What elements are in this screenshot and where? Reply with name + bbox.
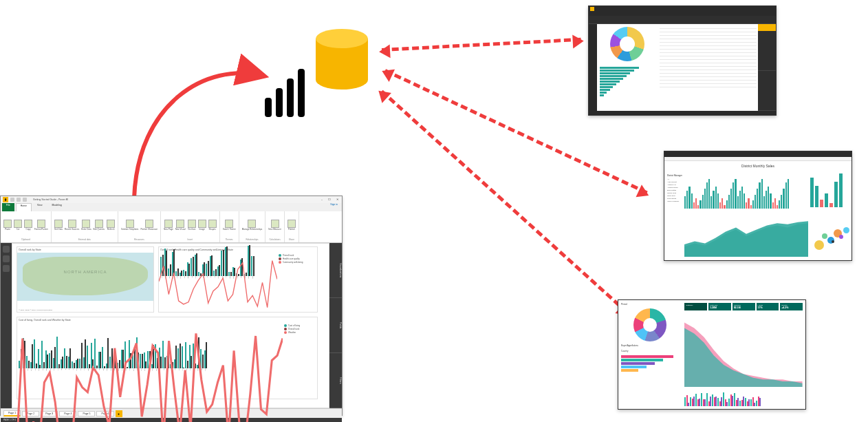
- visual-hbar[interactable]: [621, 355, 679, 372]
- hbar-segment: [600, 92, 607, 94]
- ribbon-button[interactable]: Recent Sources: [65, 220, 79, 231]
- slicer-item[interactable]: All: [667, 178, 682, 180]
- visual-combo-1[interactable]: Overall rank, Health care quality and Co…: [158, 246, 318, 313]
- ribbon-button[interactable]: Refresh: [107, 220, 115, 231]
- visual-column-variance[interactable]: [684, 170, 808, 213]
- visual-scatter[interactable]: [810, 215, 849, 252]
- ribbon-button[interactable]: New Page: [164, 220, 173, 231]
- tab-view[interactable]: View: [33, 203, 47, 211]
- page-tab[interactable]: Page 3: [41, 411, 58, 416]
- ribbon-button[interactable]: Enter Data: [81, 220, 91, 231]
- page-tab[interactable]: Page 1: [3, 410, 21, 416]
- ribbon-button-label: Partner Showcase: [140, 229, 158, 231]
- ribbon-button-label: Copy: [25, 229, 30, 231]
- data-view-icon[interactable]: [3, 255, 10, 262]
- ribbon-button[interactable]: Solution Templates: [121, 220, 138, 231]
- kpi-card[interactable]: Units sold1.28M: [708, 303, 731, 310]
- visual-donut[interactable]: [610, 27, 644, 61]
- tab-file[interactable]: File: [2, 203, 14, 211]
- pane-filters[interactable]: Filters: [329, 353, 342, 408]
- kpi-card[interactable]: Growth+4.2%: [780, 303, 803, 310]
- page-tab[interactable]: Page 4: [59, 411, 76, 416]
- report-canvas: [597, 24, 758, 111]
- app-badge-icon: [590, 7, 594, 11]
- ribbon-button-label: Paste: [5, 229, 10, 231]
- legend-item: Overall rank: [284, 328, 316, 330]
- hbar-segment: [600, 83, 616, 85]
- svg-marker-1: [684, 221, 808, 257]
- ribbon-group: Manage RelationshipsRelationships: [239, 211, 266, 242]
- ribbon-button-icon: [248, 220, 256, 228]
- minimize-button[interactable]: –: [319, 198, 325, 201]
- ribbon-button[interactable]: Get Data: [54, 220, 63, 231]
- pane-visualizations[interactable]: [758, 31, 776, 71]
- sign-in-link[interactable]: Sign in: [330, 203, 338, 211]
- slicer-item[interactable]: Allan Guinot: [667, 181, 682, 183]
- maximize-button[interactable]: ☐: [327, 198, 332, 201]
- ribbon-button[interactable]: Cut: [14, 220, 22, 231]
- kpi-card[interactable]: Revenue$2.1M: [733, 303, 755, 310]
- hbar-segment: [600, 86, 613, 88]
- visual-waterfall[interactable]: [810, 170, 849, 207]
- ribbon-button[interactable]: Text box: [188, 220, 196, 231]
- slicer-item[interactable]: Andrew Ma: [667, 184, 682, 186]
- table-row[interactable]: [660, 84, 757, 87]
- tab-modeling[interactable]: Modeling: [48, 203, 66, 211]
- model-view-icon[interactable]: [3, 265, 10, 272]
- slicer-item[interactable]: Chris Gray: [667, 195, 682, 197]
- report-canvas[interactable]: Overall rank by State NORTH AMERICA © 20…: [12, 243, 329, 408]
- slicer-item[interactable]: Annelie Zubar: [667, 187, 682, 189]
- report-view-icon[interactable]: [3, 246, 10, 253]
- ribbon-button[interactable]: New Visual: [175, 220, 186, 231]
- kpi-card-header: Category: [684, 303, 707, 310]
- kpi-card[interactable]: Margin17%: [757, 303, 779, 310]
- page-tab[interactable]: Page 2: [22, 411, 39, 416]
- visual-grouped-column[interactable]: [684, 390, 803, 406]
- pane-fields[interactable]: Fields: [329, 298, 342, 353]
- hbar-segment: [600, 78, 623, 80]
- ribbon-button[interactable]: New Measure: [268, 220, 281, 231]
- ribbon-button[interactable]: Paste: [3, 220, 12, 231]
- slicer-item[interactable]: Valery Ushakov: [667, 200, 682, 202]
- slicer-item[interactable]: Carlos Grilo: [667, 192, 682, 194]
- ribbon-button[interactable]: Shapes: [208, 220, 217, 231]
- pane-visualizations[interactable]: Visualizations: [329, 243, 342, 298]
- ribbon-button-icon: [82, 220, 90, 228]
- ribbon-button-icon: [14, 220, 22, 228]
- tab-home[interactable]: Home: [16, 203, 32, 211]
- slicer-district-manager[interactable]: District Manager AllAllan GuinotAndrew M…: [667, 170, 682, 257]
- pane-fields[interactable]: [758, 71, 776, 111]
- ribbon-button-icon: [3, 220, 12, 228]
- page-tab[interactable]: Page 5: [78, 411, 95, 416]
- ribbon-button[interactable]: Edit Queries: [94, 220, 105, 231]
- app-badge-icon: ⬍: [3, 197, 8, 202]
- powerbi-dataset-node: [265, 41, 368, 117]
- hbar-segment: [600, 94, 604, 96]
- visual-donut[interactable]: [633, 308, 666, 341]
- ribbon-button[interactable]: Switch Theme: [223, 220, 236, 231]
- visual-combo-2[interactable]: Cost of living, Overall rank and Weather…: [17, 317, 318, 399]
- ribbon-button[interactable]: Copy: [24, 220, 32, 231]
- ribbon-button-icon: [37, 220, 45, 228]
- slicer-item[interactable]: Brad Sutton: [667, 189, 682, 191]
- visual-area-trend[interactable]: [684, 215, 808, 257]
- qat-undo-icon[interactable]: [17, 198, 21, 202]
- hbar-segment: [621, 366, 647, 368]
- visual-area-trend[interactable]: [684, 313, 803, 387]
- page-tab[interactable]: Page 6: [96, 411, 113, 416]
- ribbon-button[interactable]: Format Painter: [34, 220, 48, 231]
- visual-map[interactable]: Overall rank by State NORTH AMERICA © 20…: [17, 246, 154, 313]
- qat-redo-icon[interactable]: [23, 198, 27, 202]
- table-cell: [701, 84, 715, 87]
- ribbon-button[interactable]: Publish: [287, 220, 296, 231]
- ribbon-button-icon: [287, 220, 296, 228]
- ribbon-button[interactable]: Image: [198, 220, 206, 231]
- ribbon-button[interactable]: Partner Showcase: [140, 220, 158, 231]
- ribbon-button[interactable]: Manage Relationships: [242, 220, 263, 231]
- slicer-item[interactable]: Tina Lassila: [667, 198, 682, 200]
- qat-save-icon[interactable]: [10, 198, 14, 202]
- close-button[interactable]: ✕: [334, 198, 340, 201]
- add-page-button[interactable]: +: [116, 410, 122, 417]
- visual-hbar[interactable]: [600, 67, 655, 96]
- visual-table[interactable]: [660, 25, 757, 87]
